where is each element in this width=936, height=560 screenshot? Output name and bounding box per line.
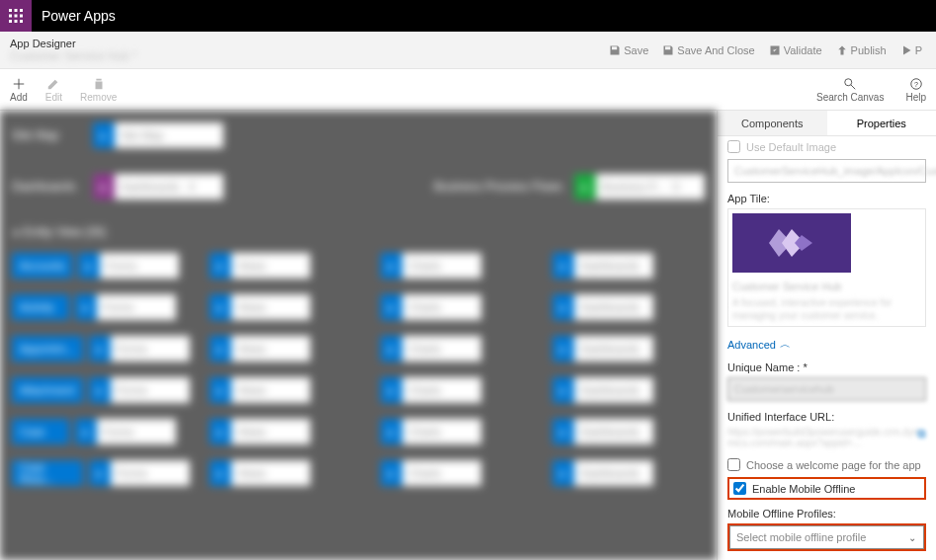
welcome-page-checkbox[interactable] <box>727 458 740 471</box>
save-and-close-label: Save And Close <box>677 44 754 56</box>
unique-name-field[interactable] <box>727 377 926 401</box>
publish-button[interactable]: Publish <box>832 42 891 58</box>
app-tile-image <box>732 213 851 273</box>
use-default-image-checkbox[interactable] <box>727 140 740 153</box>
titlebar: Power Apps <box>0 0 936 32</box>
svg-point-9 <box>845 78 852 85</box>
play-label: P <box>915 44 922 56</box>
edit-button: Edit <box>45 77 62 103</box>
svg-rect-3 <box>9 15 12 18</box>
svg-rect-6 <box>9 20 12 23</box>
profiles-dropdown[interactable]: Select mobile offline profile <box>729 525 900 549</box>
use-default-image-label: Use Default Image <box>746 141 836 153</box>
validate-button[interactable]: Validate <box>765 42 826 58</box>
breadcrumb-row: App Designer Customer Service Hub * Save… <box>0 32 936 69</box>
enable-offline-checkbox[interactable] <box>733 482 746 495</box>
svg-text:?: ? <box>914 80 918 87</box>
add-button[interactable]: Add <box>10 77 28 103</box>
app-launcher-icon[interactable] <box>0 0 32 32</box>
svg-rect-1 <box>15 9 18 12</box>
app-tile-preview: Customer Service Hub A focused, interact… <box>727 208 926 327</box>
canvas[interactable]: Site Map ▸Site Map Dashboards ▸Dashboard… <box>0 111 717 560</box>
side-panel: Components Properties Use Default Image … <box>717 111 936 560</box>
advanced-toggle[interactable]: Advanced ︿ <box>727 337 926 352</box>
help-label: Help <box>905 92 926 103</box>
svg-rect-2 <box>20 9 23 12</box>
welcome-page-label: Choose a welcome page for the app <box>746 459 921 471</box>
chevron-up-icon: ︿ <box>780 337 791 352</box>
command-bar: Save Save And Close Validate Publish P <box>605 42 926 58</box>
image-dropdown-value: CustomerServiceHub_image/AppIcon/Custome… <box>734 165 936 177</box>
remove-button: Remove <box>80 77 117 103</box>
search-canvas-button[interactable]: Search Canvas <box>816 77 884 103</box>
url-label: Unified Interface URL: <box>727 411 926 423</box>
main: Site Map ▸Site Map Dashboards ▸Dashboard… <box>0 111 936 560</box>
tab-components[interactable]: Components <box>718 111 827 135</box>
profiles-label: Mobile Offline Profiles: <box>727 508 926 520</box>
page-title: Customer Service Hub * <box>10 49 137 63</box>
profiles-placeholder: Select mobile offline profile <box>736 531 866 543</box>
profiles-highlight: Select mobile offline profile ⌄ <box>727 523 926 551</box>
image-dropdown[interactable]: CustomerServiceHub_image/AppIcon/Custome… <box>727 159 926 183</box>
url-value: https://powerbuild3poweruserguide.crm.dy… <box>727 427 926 448</box>
svg-rect-4 <box>15 15 18 18</box>
svg-rect-5 <box>20 15 23 18</box>
toolbar: Add Edit Remove Search Canvas ? Help <box>0 69 936 111</box>
app-tile-title: Customer Service Hub <box>732 280 921 292</box>
profiles-chevron[interactable]: ⌄ <box>900 525 924 549</box>
unique-name-label: Unique Name : * <box>727 361 926 373</box>
tab-properties[interactable]: Properties <box>827 111 937 135</box>
search-label: Search Canvas <box>816 92 884 103</box>
save-button[interactable]: Save <box>605 42 652 58</box>
publish-label: Publish <box>851 44 887 56</box>
svg-rect-0 <box>9 9 12 12</box>
save-and-close-button[interactable]: Save And Close <box>658 42 758 58</box>
app-name: Power Apps <box>32 8 116 24</box>
advanced-label: Advanced <box>727 339 776 351</box>
play-button[interactable]: P <box>896 42 926 58</box>
app-tile-label: App Tile: <box>727 193 926 204</box>
remove-label: Remove <box>80 92 117 103</box>
svg-rect-7 <box>15 20 18 23</box>
edit-label: Edit <box>45 92 62 103</box>
chevron-down-icon: ⌄ <box>908 532 916 543</box>
help-button[interactable]: ? Help <box>905 77 926 103</box>
app-tile-description: A focused, interactive experience for ma… <box>732 296 921 322</box>
breadcrumb: App Designer <box>10 38 137 49</box>
side-tabs: Components Properties <box>718 111 936 136</box>
enable-offline-highlight: Enable Mobile Offline <box>727 477 926 500</box>
validate-label: Validate <box>784 44 822 56</box>
enable-offline-label: Enable Mobile Offline <box>752 483 855 495</box>
save-label: Save <box>624 44 648 56</box>
properties-body: Use Default Image CustomerServiceHub_ima… <box>718 136 936 559</box>
svg-rect-8 <box>20 20 23 23</box>
add-label: Add <box>10 92 28 103</box>
copy-icon[interactable]: ⧉ <box>917 427 926 440</box>
